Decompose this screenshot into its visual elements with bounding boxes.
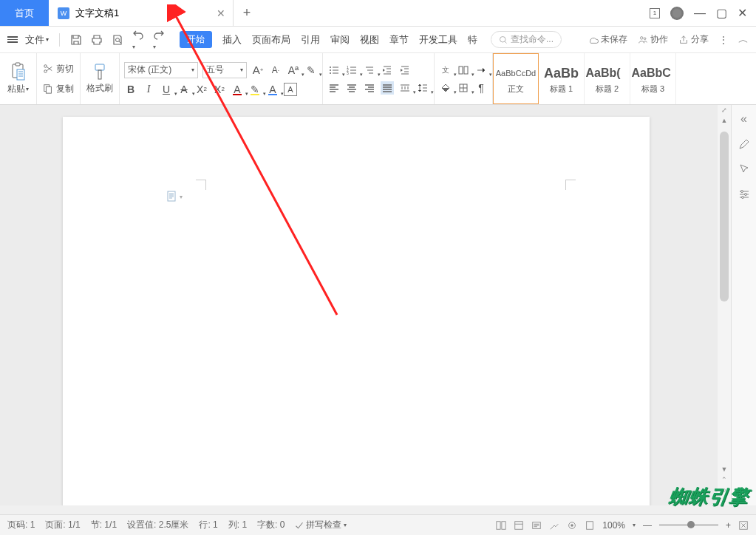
browse-object-icon[interactable]: ○ — [718, 485, 731, 495]
collab-button[interactable]: 协作 — [638, 33, 668, 46]
font-color-button[interactable]: A — [231, 83, 244, 96]
status-section[interactable]: 节: 1/1 — [91, 519, 117, 531]
close-window-button[interactable]: ✕ — [738, 6, 747, 20]
file-menu[interactable]: 文件▾ — [25, 33, 49, 47]
align-justify-icon[interactable] — [381, 81, 394, 95]
ribbon-tab-view[interactable]: 视图 — [360, 33, 379, 47]
style-normal[interactable]: AaBbCcDd 正文 — [493, 53, 539, 104]
view-web-icon[interactable] — [549, 520, 559, 531]
zoom-in-button[interactable]: + — [726, 520, 731, 531]
font-name-select[interactable]: 宋体 (正文)▾ — [124, 62, 198, 78]
text-effect-button[interactable]: A — [266, 83, 279, 96]
format-painter-label[interactable]: 格式刷 — [86, 82, 113, 95]
page-down-icon[interactable]: ⌄ — [718, 495, 731, 505]
highlight-button[interactable]: ✎ — [248, 83, 262, 96]
font-size-select[interactable]: 五号▾ — [202, 62, 247, 78]
bullets-icon[interactable] — [327, 64, 341, 77]
share-button[interactable]: 分享 — [678, 33, 709, 46]
cut-button[interactable]: 剪切 — [41, 62, 75, 76]
document-page[interactable]: ▾ — [63, 117, 650, 505]
scroll-up-icon[interactable]: ▲ — [718, 115, 731, 126]
distribute-icon[interactable] — [398, 81, 412, 95]
zoom-slider[interactable] — [659, 524, 718, 526]
italic-button[interactable]: I — [142, 83, 155, 96]
ribbon-tab-special[interactable]: 特 — [468, 33, 477, 47]
command-search[interactable]: 查找命令... — [491, 31, 562, 48]
status-page-no[interactable]: 页码: 1 — [7, 519, 35, 531]
subscript-button[interactable]: X2 — [213, 83, 226, 96]
zoom-level[interactable]: 100% — [602, 520, 625, 531]
decrease-indent-icon[interactable] — [381, 64, 394, 77]
paste-label[interactable]: 粘贴 — [7, 83, 25, 95]
page-up-icon[interactable]: ⌃ — [718, 474, 731, 485]
redo-icon[interactable]: ▾ — [153, 28, 165, 51]
tab-home[interactable]: 首页 — [0, 0, 49, 26]
ribbon-tab-references[interactable]: 引用 — [301, 33, 320, 47]
tab-close-icon[interactable]: ✕ — [217, 7, 225, 19]
edit-pane-icon[interactable] — [738, 137, 751, 151]
save-icon[interactable] — [70, 34, 82, 46]
copy-button[interactable]: 复制 — [41, 82, 75, 96]
shading-icon[interactable] — [439, 81, 452, 95]
ribbon-tab-devtools[interactable]: 开发工具 — [419, 33, 457, 47]
strike-button[interactable]: A — [177, 83, 191, 96]
view-reading-icon[interactable] — [531, 520, 542, 531]
status-wordcount[interactable]: 字数: 0 — [257, 519, 285, 531]
status-setting[interactable]: 设置值: 2.5厘米 — [127, 519, 188, 531]
change-case-icon[interactable]: Aª — [287, 64, 300, 77]
align-right-icon[interactable] — [363, 81, 376, 95]
style-heading2[interactable]: AaBb( 标题 2 — [585, 53, 630, 104]
writing-mode-icon[interactable] — [474, 64, 488, 77]
clear-format-icon[interactable]: ✎ — [304, 64, 318, 77]
undo-icon[interactable]: ▾ — [132, 28, 144, 51]
shrink-font-icon[interactable]: A- — [269, 64, 282, 77]
user-avatar[interactable] — [670, 7, 684, 20]
text-direction-icon[interactable]: 文 — [439, 64, 452, 77]
minimize-button[interactable]: — — [694, 7, 706, 20]
character-border-button[interactable]: A — [284, 83, 297, 96]
superscript-button[interactable]: X2 — [195, 83, 208, 96]
scroll-thumb[interactable] — [720, 132, 729, 301]
align-center-icon[interactable] — [345, 81, 358, 95]
style-heading3[interactable]: AaBbC 标题 3 — [630, 53, 676, 104]
ribbon-tab-page-layout[interactable]: 页面布局 — [252, 33, 290, 47]
select-pane-icon[interactable] — [738, 163, 751, 176]
grow-font-icon[interactable]: A+ — [251, 64, 265, 77]
print-icon[interactable] — [91, 34, 103, 46]
app-menu-icon[interactable] — [7, 36, 18, 43]
ribbon-tab-chapter[interactable]: 章节 — [389, 33, 409, 47]
status-spellcheck[interactable]: 拼写检查▾ — [295, 519, 347, 531]
more-menu-icon[interactable]: ⋮ — [719, 35, 728, 45]
unsaved-indicator[interactable]: 未保存 — [588, 33, 627, 46]
style-heading1[interactable]: AaBb 标题 1 — [539, 53, 585, 104]
status-col[interactable]: 列: 1 — [228, 519, 247, 531]
fit-page-icon[interactable] — [738, 520, 749, 531]
view-draft-icon[interactable] — [585, 520, 595, 531]
border-icon[interactable] — [457, 81, 470, 95]
ribbon-tab-start[interactable]: 开始 — [180, 31, 212, 48]
ribbon-tab-insert[interactable]: 插入 — [222, 33, 242, 47]
scroll-down-icon[interactable]: ▼ — [718, 464, 731, 474]
columns-icon[interactable] — [457, 64, 470, 77]
vertical-scrollbar[interactable]: ⤢ ▲ ▼ ⌃ ○ ⌄ — [718, 105, 731, 505]
bold-button[interactable]: B — [124, 83, 137, 96]
page-action-icon[interactable]: ▾ — [166, 191, 183, 202]
numbering-icon[interactable]: 123 — [345, 64, 358, 77]
view-fullscreen-icon[interactable] — [567, 520, 577, 531]
document-workspace[interactable]: ▾ — [0, 105, 731, 505]
align-left-icon[interactable] — [327, 81, 341, 95]
view-outline-icon[interactable] — [514, 520, 524, 531]
tab-add-button[interactable]: + — [234, 0, 260, 26]
zoom-out-button[interactable]: — — [643, 520, 652, 531]
collapse-ribbon-icon[interactable]: ︿ — [738, 33, 749, 47]
underline-button[interactable]: U — [160, 83, 173, 96]
settings-pane-icon[interactable] — [738, 188, 751, 201]
increase-indent-icon[interactable] — [398, 64, 412, 77]
view-print-layout-icon[interactable] — [496, 520, 506, 531]
status-row[interactable]: 行: 1 — [199, 519, 217, 531]
window-number-badge[interactable]: 1 — [650, 8, 660, 18]
print-preview-icon[interactable] — [112, 34, 123, 46]
format-painter-icon[interactable] — [92, 63, 107, 81]
paste-icon[interactable] — [10, 62, 27, 81]
tab-document[interactable]: W 文字文稿1 ✕ — [49, 0, 234, 26]
